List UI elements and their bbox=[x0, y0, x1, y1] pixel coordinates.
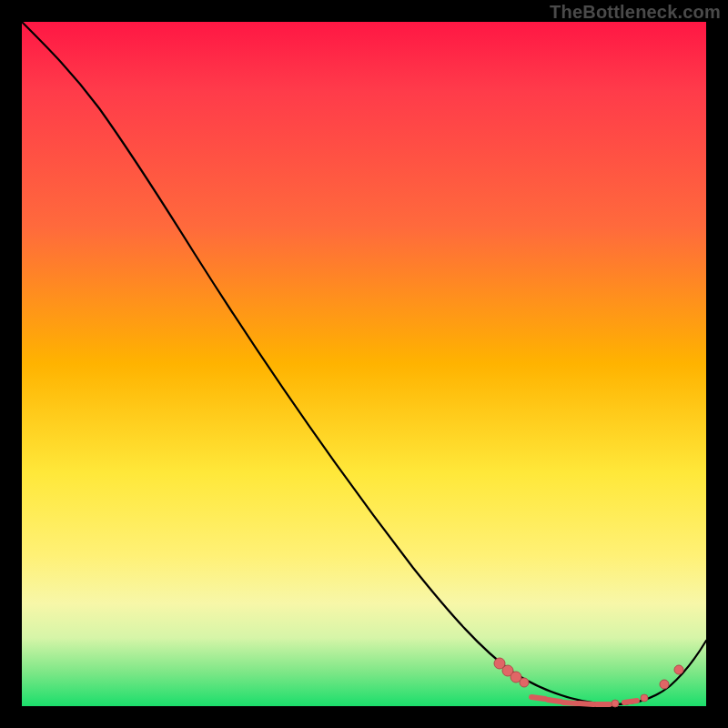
marker-dash bbox=[624, 701, 637, 703]
marker-dot bbox=[660, 680, 669, 689]
plot-area bbox=[22, 22, 706, 706]
marker-dash bbox=[580, 703, 593, 704]
marker-dash bbox=[531, 697, 545, 699]
marker-dot bbox=[674, 665, 683, 674]
valley-marker-cluster bbox=[494, 658, 648, 707]
marker-dash bbox=[563, 703, 577, 703]
marker-dash bbox=[548, 700, 561, 702]
curve-svg bbox=[22, 22, 706, 706]
marker-dot bbox=[520, 678, 529, 687]
bottleneck-curve bbox=[22, 22, 706, 704]
chart-frame: TheBottleneck.com bbox=[0, 0, 728, 728]
marker-dot bbox=[612, 700, 619, 707]
marker-dot bbox=[641, 694, 648, 702]
watermark-text: TheBottleneck.com bbox=[550, 2, 721, 23]
